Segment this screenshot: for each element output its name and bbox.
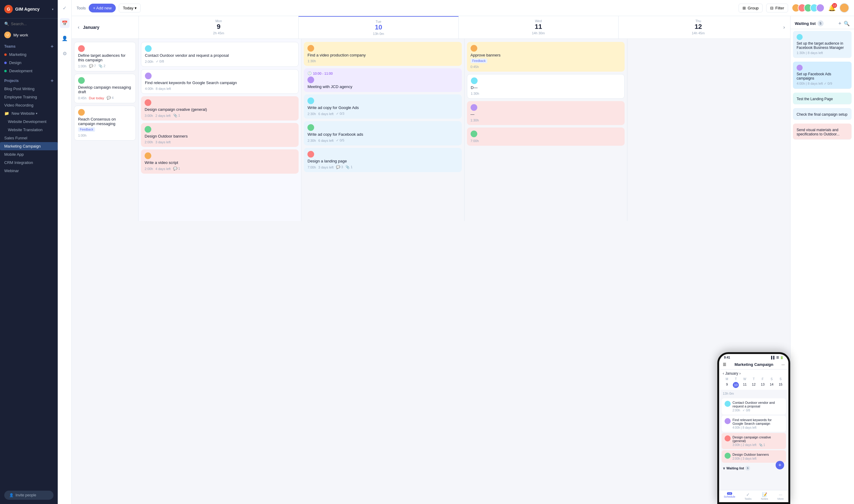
sidebar-item-website-translation[interactable]: Website Translation	[0, 126, 58, 134]
nav-gear-icon[interactable]: ⚙	[60, 49, 70, 58]
plus-icon[interactable]: +	[838, 21, 841, 26]
sidebar-item-new-website[interactable]: 📁 New Website ▾	[0, 109, 58, 118]
task-card[interactable]: Find relevant keywords for Google Search…	[141, 69, 299, 94]
phone-signals: ▌▌ ☰ 🔋	[771, 356, 784, 359]
invite-people-button[interactable]: 👤 Invite people	[4, 491, 53, 500]
phone-task-card[interactable]: Find relevant keywords for Google Search…	[721, 416, 786, 432]
task-card[interactable]: Find a video production company 1:30h	[304, 42, 461, 66]
task-title: Reach Consensus on campaign messaging	[78, 117, 132, 126]
group-button[interactable]: ⊞ Group	[738, 4, 763, 13]
filter-button[interactable]: ⊟ Filter	[766, 4, 788, 13]
sidebar-item-employee-training[interactable]: Employee Training	[0, 93, 58, 101]
more-icon[interactable]: ···	[781, 362, 785, 367]
phone-content: ☰ Marketing Campaign ··· ‹ January › M T…	[719, 360, 788, 490]
task-card[interactable]: Write ad copy for Facebook ads 2:30h 6 d…	[304, 121, 461, 145]
notification-button[interactable]: 🔔 12	[828, 4, 836, 12]
task-meta: 7:00h 3 days left 💬 3 📎 1	[308, 165, 458, 169]
task-card[interactable]: Write a video script 2:00h 4 days left 💬…	[141, 149, 299, 174]
task-card[interactable]: Develop campaign messaging draft 0:45h D…	[74, 74, 136, 103]
phone-nav-notes[interactable]: 📝 Notes	[761, 492, 768, 500]
sidebar-item-website-dev[interactable]: Website Development	[0, 118, 58, 126]
sidebar-item-marketing[interactable]: Marketing	[0, 50, 58, 59]
hamburger-icon[interactable]: ☰	[723, 362, 727, 367]
add-new-button[interactable]: + Add new	[89, 4, 116, 13]
today-button[interactable]: Today ▾	[119, 4, 141, 13]
phone-task-card[interactable]: Design campaign creative (general) 3:00h…	[721, 433, 786, 449]
team-dot	[4, 53, 7, 56]
day-headers: ‹ January Mon 9 2h 45m Tue 10 13h 0m Wed…	[72, 16, 790, 39]
sidebar-item-mobile-app[interactable]: Mobile App	[0, 150, 58, 159]
task-card[interactable]: Design a landing page 7:00h 3 days left …	[304, 148, 461, 172]
search-input[interactable]	[11, 21, 53, 26]
task-card[interactable]: Design campaign creative (general) 3:00h…	[141, 96, 299, 121]
phone-task-card[interactable]: Design Outdoor banners 2:00h | 3 days le…	[721, 450, 786, 463]
phone-nav-more[interactable]: ··· More	[778, 492, 784, 500]
day-header-mon: Mon 9 2h 45m	[139, 16, 298, 39]
next-icon[interactable]: ›	[739, 371, 741, 376]
project-label: Blog Post Writing	[4, 87, 34, 91]
task-meta: 0:45h Due today 💬 4	[78, 96, 132, 100]
waiting-list-item[interactable]: Set up the target audience in Facebook B…	[793, 31, 852, 58]
task-card[interactable]: Define target audiences for this campaig…	[74, 42, 136, 71]
task-card[interactable]: Approve banners Feedback 0:45h	[467, 42, 625, 72]
waiting-list-item[interactable]: Set up Facebook Ads campaigns 4:00h | 8 …	[793, 61, 852, 89]
sidebar-item-video-recording[interactable]: Video Recording	[0, 101, 58, 109]
project-label: New Website	[12, 111, 35, 116]
nav-calendar-icon[interactable]: 📅	[60, 18, 70, 28]
search-icon[interactable]: 🔍	[844, 21, 850, 26]
app-logo[interactable]: G GIM Agency ▾	[0, 0, 58, 19]
my-work-label: My work	[13, 33, 28, 37]
phone-nav-tasks[interactable]: ✓ Tasks	[745, 492, 752, 500]
calendar-col-mon: Define target audiences for this campaig…	[72, 39, 139, 221]
phone-nav-schedule[interactable]: 13 Schedule	[724, 492, 735, 500]
phone-task-card[interactable]: Contact Ourdoor vendor and request a pro…	[721, 398, 786, 414]
task-avatar	[308, 76, 314, 83]
waiting-list-title: Waiting list	[795, 21, 816, 26]
task-avatar	[78, 45, 85, 52]
task-avatar	[145, 152, 151, 159]
nav-person-icon[interactable]: 👤	[60, 33, 70, 43]
task-card[interactable]: 🕙 10:00 - 11:00 Meeting with JCD agency	[304, 68, 461, 92]
task-card[interactable]: Contact Ourdoor vendor and request a pro…	[141, 42, 299, 67]
task-avatar	[471, 45, 477, 52]
next-week-button[interactable]: ›	[782, 23, 786, 31]
task-card[interactable]: Write ad copy for Google Ads 2:30h 6 day…	[304, 94, 461, 119]
task-card[interactable]: Design Outdoor banners 2:00h 3 days left	[141, 123, 299, 147]
sidebar-item-development[interactable]: Development	[0, 67, 58, 75]
nav-check-icon[interactable]: ✓	[60, 3, 70, 13]
sidebar-item-marketing-campaign[interactable]: Marketing Campaign	[0, 142, 58, 150]
task-card[interactable]: — 1:30h	[467, 101, 625, 125]
team-dot	[4, 70, 7, 72]
sidebar-item-crm[interactable]: CRM Integration	[0, 159, 58, 167]
waiting-list-item[interactable]: Check the final campaign setup	[793, 108, 852, 120]
prev-icon[interactable]: ‹	[723, 371, 724, 376]
project-label: Mobile App	[4, 152, 24, 157]
phone-fab-area: +	[719, 472, 788, 485]
phone-app-title: Marketing Campaign	[735, 362, 773, 367]
avatar[interactable]	[816, 4, 824, 12]
project-label: CRM Integration	[4, 160, 33, 165]
task-card[interactable]: 7:00h	[467, 127, 625, 146]
sidebar-item-design[interactable]: Design	[0, 59, 58, 67]
chevron-down-icon: ▾	[135, 6, 137, 10]
my-work-item[interactable]: U My work	[0, 29, 58, 41]
calendar-col-tue: Contact Ourdoor vendor and request a pro…	[139, 39, 301, 221]
prev-week-button[interactable]: ‹	[76, 23, 81, 31]
task-card[interactable]: Reach Consensus on campaign messaging Fe…	[74, 106, 136, 141]
waiting-list-item[interactable]: Test the Landing Page	[793, 93, 852, 105]
add-project-button[interactable]: +	[51, 78, 53, 84]
task-title: Write ad copy for Google Ads	[308, 105, 458, 110]
add-team-button[interactable]: +	[51, 44, 53, 49]
phone-calendar-days: M T W T F S S	[723, 377, 785, 381]
task-meta: 2:00h 3 days left	[145, 140, 295, 144]
phone-mockup: 9:41 ▌▌ ☰ 🔋 ☰ Marketing Campaign ··· ‹ J…	[717, 352, 790, 504]
sidebar-item-blog-post[interactable]: Blog Post Writing	[0, 85, 58, 93]
team-avatars[interactable]	[792, 4, 824, 12]
waiting-list-item[interactable]: Send visual materials and specifications…	[793, 124, 852, 140]
phone-fab-button[interactable]: +	[775, 461, 784, 469]
search-bar[interactable]: 🔍	[0, 19, 58, 29]
sidebar-item-sales-funnel[interactable]: Sales Funnel	[0, 134, 58, 142]
user-avatar[interactable]	[839, 3, 849, 13]
sidebar-item-webinar[interactable]: Webinar	[0, 167, 58, 175]
task-card[interactable]: D— 1:30h	[467, 74, 625, 99]
